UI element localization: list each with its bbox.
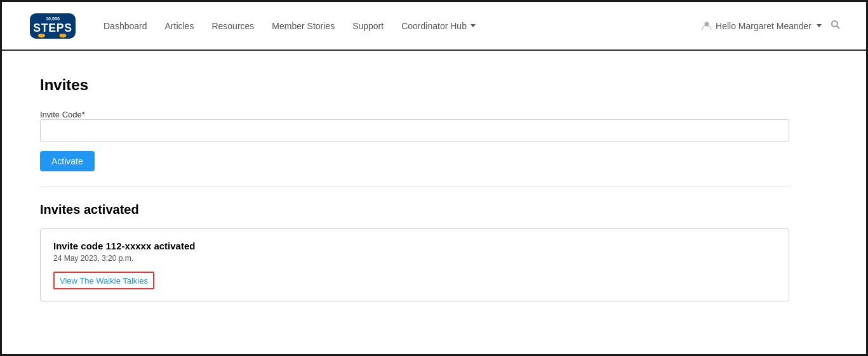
nav-articles[interactable]: Articles [165, 21, 194, 31]
header-right: Hello Margaret Meander [702, 20, 841, 32]
invite-card-date: 24 May 2023, 3:20 p.m. [53, 254, 776, 263]
logo-icon: 10,000 STEPS [27, 8, 78, 43]
invite-card: Invite code 112-xxxxx activated 24 May 2… [40, 228, 789, 301]
user-greeting[interactable]: Hello Margaret Meander [702, 21, 822, 31]
page-title: Invites [40, 76, 828, 94]
view-team-link[interactable]: View The Walkie Talkies [60, 276, 148, 286]
search-icon [831, 20, 841, 30]
section-divider [40, 187, 789, 187]
header: 10,000 STEPS Dashboard Articles Resource… [2, 2, 866, 51]
svg-line-7 [837, 26, 839, 29]
user-icon [702, 21, 712, 31]
user-chevron-down-icon [817, 24, 822, 27]
svg-text:10,000: 10,000 [46, 16, 60, 22]
svg-point-4 [59, 34, 66, 37]
activate-button[interactable]: Activate [40, 151, 95, 171]
chevron-down-icon [471, 24, 476, 27]
svg-point-3 [38, 34, 45, 37]
user-greeting-text: Hello Margaret Meander [716, 21, 811, 31]
page-wrapper: 10,000 STEPS Dashboard Articles Resource… [0, 0, 868, 356]
nav-coordinator-hub[interactable]: Coordinator Hub [401, 21, 476, 31]
nav-support[interactable]: Support [352, 21, 384, 31]
coordinator-hub-label: Coordinator Hub [401, 21, 467, 31]
svg-point-6 [832, 21, 838, 27]
search-button[interactable] [831, 20, 841, 32]
nav-dashboard[interactable]: Dashboard [103, 21, 147, 31]
invite-card-title: Invite code 112-xxxxx activated [53, 241, 776, 251]
view-link-wrapper: View The Walkie Talkies [53, 272, 154, 289]
logo-area[interactable]: 10,000 STEPS [27, 8, 78, 43]
svg-text:STEPS: STEPS [33, 22, 72, 34]
invite-code-input[interactable] [40, 119, 789, 142]
invite-code-label: Invite Code* [40, 110, 85, 119]
main-content: Invites Invite Code* Activate Invites ac… [2, 51, 866, 327]
nav-member-stories[interactable]: Member Stories [272, 21, 335, 31]
nav-links: Dashboard Articles Resources Member Stor… [103, 21, 702, 31]
nav-resources[interactable]: Resources [211, 21, 254, 31]
invites-activated-title: Invites activated [40, 202, 828, 217]
